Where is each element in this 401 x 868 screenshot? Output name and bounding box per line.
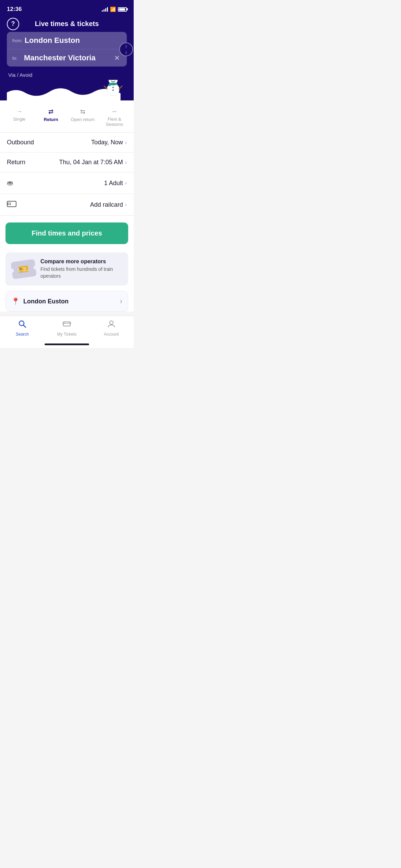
svg-rect-14 [63,322,70,326]
station-card-arrow-icon: › [120,297,122,306]
return-value-container: Thu, 04 Jan at 7:05 AM › [59,159,127,166]
ticket-visual: 🎫 [11,259,37,279]
outbound-option[interactable]: Outbound Today, Now › [0,133,134,153]
header: ? Live times & tickets from: London Eust… [0,17,134,100]
passengers-value-container: 1 Adult › [104,180,127,187]
tab-open-return[interactable]: ⇆ Open return [67,106,99,129]
open-return-label: Open return [71,117,95,122]
clear-destination-button[interactable]: ✕ [113,54,121,62]
svg-rect-5 [109,83,111,86]
return-label: Return [7,159,25,166]
find-times-button[interactable]: Find times and prices [5,222,128,244]
to-field[interactable]: to: Manchester Victoria ✕ [7,49,127,67]
return-value: Thu, 04 Jan at 7:05 AM [59,159,123,166]
via-avoid-link[interactable]: Via / Avoid [7,70,127,80]
flexi-icon: ↔ [111,108,118,115]
compare-text: Compare more operators Find tickets from… [40,258,122,279]
bottom-navigation: Search My Tickets Account [0,316,134,343]
status-bar: 12:36 📶 [0,0,134,17]
journey-type-tabs: → Single ⇄ Return ⇆ Open return ↔ Flexi … [0,100,134,133]
nav-account[interactable]: Account [89,320,134,337]
svg-point-17 [70,323,71,324]
outbound-value-container: Today, Now › [91,139,127,146]
outbound-value: Today, Now [91,139,123,146]
return-arrow-icon: › [125,159,127,166]
svg-line-9 [119,86,122,89]
from-label: from: [12,38,23,43]
header-top: ? Live times & tickets [7,20,127,28]
to-value: Manchester Victoria [24,53,113,62]
compare-operators-card[interactable]: 🎫 Compare more operators Find tickets fr… [5,252,128,286]
outbound-label: Outbound [7,139,34,146]
tickets-nav-label: My Tickets [57,332,77,337]
svg-line-13 [24,325,26,328]
home-indicator [0,343,134,348]
page-title: Live times & tickets [35,20,99,28]
railcard-icon [7,200,16,209]
account-nav-icon [107,320,116,330]
from-field[interactable]: from: London Euston [7,32,127,49]
nav-search[interactable]: Search [0,320,45,337]
snowman-decoration [103,80,123,100]
search-container: from: London Euston to: Manchester Victo… [7,32,127,67]
header-decoration [7,80,127,100]
tab-flexi-seasons[interactable]: ↔ Flexi & Seasons [99,106,131,129]
tab-single[interactable]: → Single [3,106,35,129]
account-nav-label: Account [104,332,119,337]
compare-description: Find tickets from hundreds of train oper… [40,266,122,279]
tab-return[interactable]: ⇄ Return [35,106,67,129]
from-value: London Euston [25,36,121,45]
station-card[interactable]: 📍 London Euston › [5,291,128,312]
help-button[interactable]: ? [7,18,19,30]
wifi-icon: 📶 [110,7,116,12]
single-icon: → [16,108,22,115]
search-nav-icon [18,320,27,330]
compare-title: Compare more operators [40,258,122,265]
single-label: Single [13,117,25,122]
return-icon: ⇄ [48,108,53,116]
svg-point-7 [112,89,114,91]
search-fields: from: London Euston to: Manchester Victo… [7,32,127,67]
passengers-value: 1 Adult [104,180,123,187]
status-time: 12:36 [7,6,22,13]
railcard-arrow-icon: › [125,202,127,208]
tickets-nav-icon [62,320,71,330]
railcard-value: Add railcard [90,201,123,208]
passengers-arrow-icon: › [125,180,127,186]
station-pin-icon: 📍 [11,297,20,305]
station-card-left: 📍 London Euston [11,297,69,305]
svg-point-6 [112,87,114,88]
to-label: to: [12,56,22,61]
station-card-title: London Euston [23,298,69,305]
outbound-arrow-icon: › [125,140,127,146]
status-icons: 📶 [102,7,127,12]
svg-point-16 [63,323,64,324]
passenger-icon: ⛂ [7,179,13,188]
home-indicator-bar [45,343,89,345]
swap-stations-button[interactable]: ↑↓ [119,43,133,56]
ticket-qr-icon: 🎫 [17,263,30,275]
nav-my-tickets[interactable]: My Tickets [45,320,89,337]
signal-icon [102,7,108,12]
return-option[interactable]: Return Thu, 04 Jan at 7:05 AM › [0,153,134,172]
passengers-option[interactable]: ⛂ 1 Adult › [0,172,134,194]
open-return-icon: ⇆ [80,108,85,116]
svg-rect-11 [8,203,11,205]
battery-icon [118,7,127,12]
swap-icon: ↑↓ [125,44,127,55]
return-label: Return [44,117,58,122]
svg-line-8 [104,86,107,89]
svg-rect-10 [7,201,16,207]
main-content: → Single ⇄ Return ⇆ Open return ↔ Flexi … [0,100,134,312]
railcard-value-container: Add railcard › [90,201,127,208]
flexi-label: Flexi & Seasons [100,117,129,127]
railcard-option[interactable]: Add railcard › [0,194,134,216]
search-nav-label: Search [16,332,29,337]
svg-point-18 [110,321,113,324]
